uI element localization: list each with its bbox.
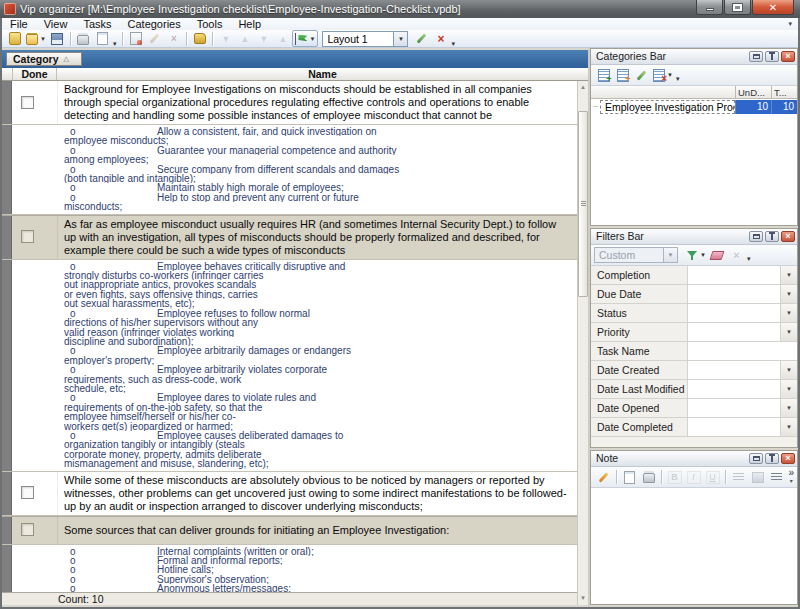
filter-preset-combo[interactable]: Custom <box>594 247 664 263</box>
filter-dropdown-button[interactable]: ▼ <box>780 380 797 398</box>
edit-task-icon[interactable] <box>145 30 164 47</box>
clear-filter-icon[interactable] <box>708 247 727 264</box>
panel-restore-button[interactable] <box>749 231 763 242</box>
task-checkbox[interactable] <box>21 96 34 109</box>
toolbar-overflow-icon[interactable]: ▾ <box>113 34 117 48</box>
task-row[interactable]: Background for Employee Investigations o… <box>2 81 577 125</box>
menu-overflow-icon[interactable]: ▾ <box>788 20 792 28</box>
new-database-icon[interactable] <box>5 30 24 47</box>
save-database-icon[interactable] <box>48 30 67 47</box>
collapse-all-icon[interactable]: ▲ <box>273 30 292 47</box>
task-checkbox[interactable] <box>21 230 34 243</box>
share-tasks-icon[interactable] <box>190 30 209 47</box>
print-icon[interactable] <box>74 30 93 47</box>
close-button[interactable]: ✕ <box>752 0 794 15</box>
name-column-header[interactable]: Name <box>57 68 588 80</box>
panel-pin-button[interactable] <box>765 51 779 62</box>
total-column-header[interactable]: T... <box>771 86 797 98</box>
panel-pin-button[interactable] <box>765 453 779 464</box>
toolbar-overflow-icon[interactable]: ▾ <box>676 69 680 83</box>
scroll-up-icon[interactable]: ▲ <box>578 81 588 93</box>
bold-icon[interactable]: B <box>665 469 684 486</box>
filter-value-cell[interactable] <box>688 361 780 379</box>
italic-icon[interactable]: I <box>684 469 703 486</box>
panel-close-button[interactable]: × <box>781 453 795 464</box>
note-editor[interactable] <box>591 489 797 604</box>
menu-file[interactable]: File <box>2 18 36 30</box>
delete-task-icon[interactable] <box>164 30 183 47</box>
panel-restore-button[interactable] <box>749 453 763 464</box>
edit-note-icon[interactable] <box>594 469 613 486</box>
align-icon[interactable] <box>729 469 748 486</box>
image-icon[interactable] <box>748 469 767 486</box>
print-preview-icon[interactable] <box>93 30 112 47</box>
layout-combo[interactable]: Layout 1 <box>322 31 394 47</box>
filter-value-cell[interactable] <box>688 399 780 417</box>
new-task-icon[interactable] <box>126 30 145 47</box>
panel-close-button[interactable]: × <box>781 231 795 242</box>
category-row[interactable]: ─Employee Investigation Procedures1010 <box>591 99 797 114</box>
filter-value-cell[interactable] <box>688 304 780 322</box>
attach-icon[interactable] <box>620 469 639 486</box>
task-checkbox[interactable] <box>21 486 34 499</box>
filter-value-cell[interactable] <box>688 380 780 398</box>
filter-dropdown-button[interactable]: ▼ <box>780 399 797 417</box>
layouts-icon[interactable]: ▼ <box>292 30 318 47</box>
filter-preset-dropdown-icon[interactable]: ▼ <box>664 247 678 263</box>
task-row[interactable]: As far as employee misconduct usually re… <box>2 215 577 260</box>
menu-help[interactable]: Help <box>230 18 269 30</box>
toolbar-overflow-icon[interactable]: ▾ <box>451 34 455 48</box>
maximize-button[interactable] <box>724 0 751 15</box>
tree-node-icon[interactable]: ─ <box>591 103 600 110</box>
move-up-icon[interactable]: ▲ <box>235 30 254 47</box>
task-checkbox[interactable] <box>21 523 34 536</box>
delete-category-icon[interactable]: ▼ <box>651 67 675 84</box>
undone-column-header[interactable]: UnD... <box>735 86 771 98</box>
delete-filter-icon[interactable]: × <box>727 247 746 264</box>
filter-dropdown-button[interactable]: ▼ <box>780 285 797 303</box>
scrollbar-thumb[interactable] <box>578 111 588 297</box>
filter-dropdown-button[interactable]: ▼ <box>780 361 797 379</box>
delete-layout-icon[interactable]: × <box>431 30 450 47</box>
menu-view[interactable]: View <box>36 18 76 30</box>
filter-value-cell[interactable] <box>688 323 780 341</box>
filter-dropdown-button[interactable]: ▼ <box>780 304 797 322</box>
rename-layout-icon[interactable] <box>412 30 431 47</box>
category-label-cell[interactable]: Employee Investigation Procedures <box>600 100 735 114</box>
toolbar-overflow-icon[interactable]: ▾ <box>747 249 751 263</box>
panel-pin-button[interactable] <box>765 231 779 242</box>
filter-value-cell[interactable] <box>688 418 780 436</box>
apply-filter-icon[interactable]: ▼ <box>684 247 708 264</box>
task-note-row[interactable]: oEmployee behaves critically disruptive … <box>2 260 577 472</box>
filter-dropdown-button[interactable]: ▼ <box>780 266 797 284</box>
note-toolbar-more-icon[interactable]: »▾ <box>788 469 794 485</box>
category-group-button[interactable]: Category △ <box>6 52 82 66</box>
filter-value-cell[interactable] <box>688 285 780 303</box>
filter-value-cell[interactable] <box>688 266 780 284</box>
minimize-button[interactable] <box>696 0 723 15</box>
filter-dropdown-button[interactable]: ▼ <box>780 323 797 341</box>
task-row[interactable]: While some of these misconducts are abso… <box>2 472 577 516</box>
add-subcategory-icon[interactable] <box>613 67 632 84</box>
vertical-scrollbar[interactable]: ▲ ▼ <box>577 81 588 605</box>
menu-tools[interactable]: Tools <box>189 18 231 30</box>
menu-categories[interactable]: Categories <box>120 18 189 30</box>
edit-category-icon[interactable] <box>632 67 651 84</box>
panel-close-button[interactable]: × <box>781 51 795 62</box>
layout-combo-dropdown-icon[interactable]: ▼ <box>394 31 408 47</box>
filter-dropdown-button[interactable]: ▼ <box>780 418 797 436</box>
scroll-down-icon[interactable]: ▼ <box>578 592 588 604</box>
expand-all-icon[interactable]: ▼ <box>254 30 273 47</box>
menu-tasks[interactable]: Tasks <box>75 18 119 30</box>
print-note-icon[interactable] <box>639 469 658 486</box>
filter-value-cell[interactable] <box>688 342 797 360</box>
task-note-row[interactable]: oAllow a consistent, fair, and quick inv… <box>2 125 577 215</box>
underline-icon[interactable]: U <box>703 469 722 486</box>
move-down-icon[interactable]: ▼ <box>216 30 235 47</box>
bullet-list-icon[interactable] <box>767 469 786 486</box>
done-column-header[interactable]: Done <box>13 68 57 80</box>
task-row[interactable]: Some sources that can deliver grounds fo… <box>2 516 577 545</box>
open-database-icon[interactable]: ▼ <box>24 30 48 47</box>
panel-restore-button[interactable] <box>749 51 763 62</box>
add-category-icon[interactable] <box>594 67 613 84</box>
